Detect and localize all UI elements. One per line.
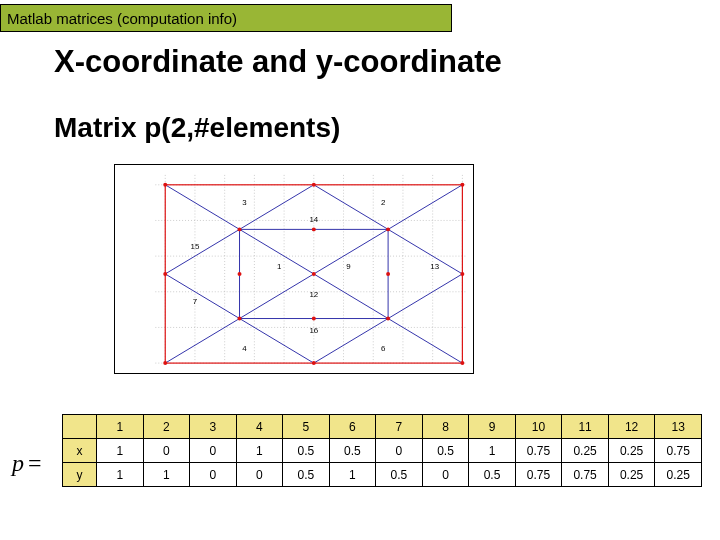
header-banner-text: Matlab matrices (computation info): [7, 10, 237, 27]
mesh-label: 7: [193, 297, 197, 306]
cell: 0.5: [329, 439, 376, 463]
svg-line-30: [388, 274, 462, 319]
table-header-row: 1 2 3 4 5 6 7 8 9 10 11 12 13: [63, 415, 702, 439]
svg-line-26: [314, 319, 388, 364]
col-header: 4: [236, 415, 283, 439]
svg-point-37: [312, 361, 316, 365]
svg-line-24: [314, 185, 388, 230]
svg-point-33: [460, 183, 464, 187]
cell: 0.75: [515, 463, 562, 487]
cell: 0.25: [562, 439, 609, 463]
cell: 1: [97, 463, 144, 487]
slide-title: X-coordinate and y-coordinate: [54, 44, 502, 80]
mesh-label: 3: [242, 198, 247, 207]
mesh-label: 16: [309, 326, 318, 335]
mesh-label: 1: [277, 262, 282, 271]
table-row: x 1 0 0 1 0.5 0.5 0 0.5 1 0.75 0.25 0.25…: [63, 439, 702, 463]
svg-point-45: [312, 317, 316, 321]
mesh-label: 14: [309, 215, 318, 224]
svg-point-46: [238, 272, 242, 276]
mesh-label: 13: [430, 262, 439, 271]
svg-point-40: [386, 227, 390, 231]
svg-point-36: [163, 361, 167, 365]
svg-point-35: [460, 272, 464, 276]
cell: 1: [97, 439, 144, 463]
cell: 0: [376, 439, 423, 463]
cell: 0.25: [608, 439, 655, 463]
cell: 0.75: [515, 439, 562, 463]
svg-line-25: [240, 319, 314, 364]
cell: 0.5: [469, 463, 516, 487]
header-banner: Matlab matrices (computation info): [0, 4, 452, 32]
equation-var: p: [12, 450, 24, 476]
cell: 0.5: [283, 463, 330, 487]
cell: 0: [190, 463, 237, 487]
col-header: 1: [97, 415, 144, 439]
svg-point-39: [238, 227, 242, 231]
equation-eq: =: [28, 450, 42, 476]
col-header: 10: [515, 415, 562, 439]
cell: 0: [236, 463, 283, 487]
svg-point-32: [312, 183, 316, 187]
mesh-svg: 3 2 14 15 1 9 13 7 12 16 4 6: [115, 165, 473, 373]
svg-point-34: [163, 272, 167, 276]
col-header: 13: [655, 415, 702, 439]
mesh-label: 6: [381, 344, 386, 353]
cell: 0: [190, 439, 237, 463]
cell: 0.25: [655, 463, 702, 487]
cell: 0.75: [655, 439, 702, 463]
cell: 0.5: [283, 439, 330, 463]
svg-line-28: [165, 274, 239, 319]
svg-point-42: [386, 317, 390, 321]
col-header: 12: [608, 415, 655, 439]
mesh-label: 12: [309, 290, 318, 299]
table-corner-cell: [63, 415, 97, 439]
slide-subtitle: Matrix p(2,#elements): [54, 112, 340, 144]
mesh-label: 4: [242, 344, 247, 353]
matrix-table: 1 2 3 4 5 6 7 8 9 10 11 12 13 x 1 0 0 1 …: [62, 414, 702, 487]
mesh-label: 2: [381, 198, 385, 207]
cell: 1: [469, 439, 516, 463]
col-header: 2: [143, 415, 190, 439]
col-header: 11: [562, 415, 609, 439]
table-row: y 1 1 0 0 0.5 1 0.5 0 0.5 0.75 0.75 0.25…: [63, 463, 702, 487]
svg-point-44: [312, 227, 316, 231]
cell: 0.5: [376, 463, 423, 487]
col-header: 5: [283, 415, 330, 439]
cell: 0.25: [608, 463, 655, 487]
row-label: x: [63, 439, 97, 463]
col-header: 9: [469, 415, 516, 439]
svg-line-29: [388, 229, 462, 274]
svg-point-43: [312, 272, 316, 276]
cell: 0.75: [562, 463, 609, 487]
mesh-label: 9: [346, 262, 351, 271]
svg-point-41: [238, 317, 242, 321]
svg-point-31: [163, 183, 167, 187]
cell: 0: [422, 463, 469, 487]
svg-point-38: [460, 361, 464, 365]
mesh-figure: 3 2 14 15 1 9 13 7 12 16 4 6: [114, 164, 474, 374]
svg-point-47: [386, 272, 390, 276]
cell: 0.5: [422, 439, 469, 463]
col-header: 6: [329, 415, 376, 439]
cell: 1: [236, 439, 283, 463]
matrix-equation: p=: [12, 450, 42, 477]
cell: 1: [329, 463, 376, 487]
mesh-label: 15: [191, 242, 200, 251]
cell: 0: [143, 439, 190, 463]
col-header: 7: [376, 415, 423, 439]
svg-line-23: [240, 185, 314, 230]
svg-line-27: [165, 229, 239, 274]
cell: 1: [143, 463, 190, 487]
row-label: y: [63, 463, 97, 487]
col-header: 3: [190, 415, 237, 439]
matrix-table-wrap: 1 2 3 4 5 6 7 8 9 10 11 12 13 x 1 0 0 1 …: [62, 414, 702, 487]
col-header: 8: [422, 415, 469, 439]
